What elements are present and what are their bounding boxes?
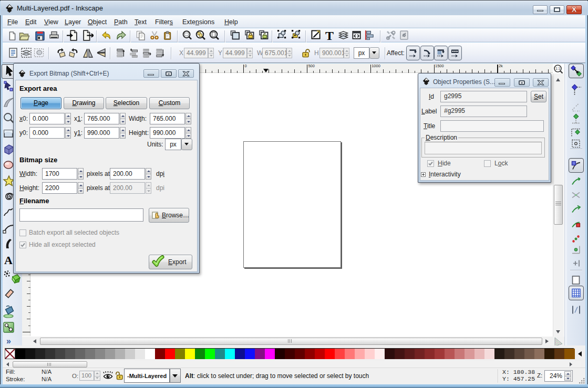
svg-text:1:1: 1:1 (555, 67, 560, 70)
svg-text:A: A (4, 254, 13, 267)
